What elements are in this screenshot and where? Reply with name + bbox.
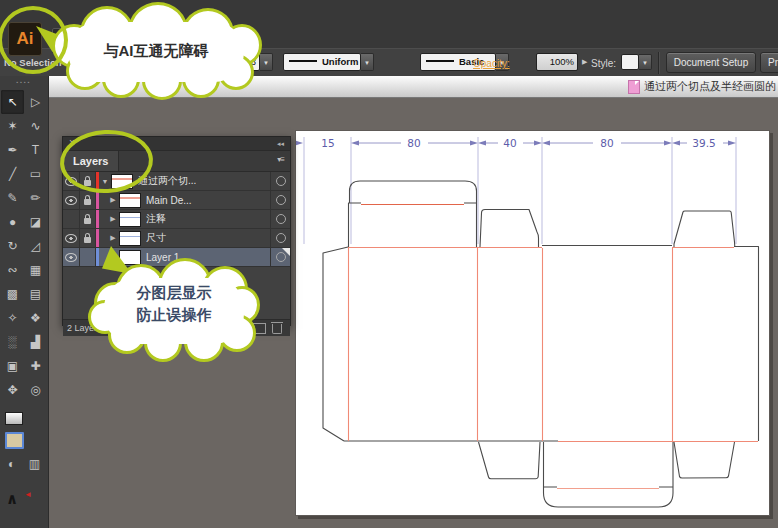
- expand-arrow-icon[interactable]: ▶: [107, 215, 119, 223]
- lock-toggle[interactable]: [80, 229, 96, 247]
- eye-icon: [65, 196, 77, 205]
- symbol-sprayer-tool[interactable]: ░: [1, 330, 24, 354]
- document-setup-button[interactable]: Document Setup: [666, 52, 756, 73]
- tools-panel: ▪▪▪▪ ↖ ▷ ✶ ∿ ✒ T ╱ ▭ ✎ ✏ ● ◪ ↻ ◿ ∾ ▦ ▩ ▤…: [0, 76, 49, 528]
- lasso-tool[interactable]: ∿: [24, 114, 47, 138]
- layer-name[interactable]: Main De...: [146, 195, 270, 206]
- visibility-toggle[interactable]: [63, 229, 80, 247]
- type-tool[interactable]: T: [24, 138, 47, 162]
- tool-grid: ↖ ▷ ✶ ∿ ✒ T ╱ ▭ ✎ ✏ ● ◪ ↻ ◿ ∾ ▦ ▩ ▤ ✧ ❖ …: [1, 90, 47, 402]
- shape-builder-tool[interactable]: ◐: [0, 452, 23, 476]
- layer-name[interactable]: 通过两个切...: [138, 174, 270, 188]
- dieline-artwork: 15 80 40 80 39.5: [296, 131, 769, 515]
- layer-row-1[interactable]: ▶ Main De...: [63, 191, 290, 210]
- visibility-toggle[interactable]: [63, 191, 80, 209]
- eyedropper-tool[interactable]: ✧: [1, 306, 24, 330]
- document-icon: [628, 80, 640, 94]
- artboard[interactable]: 15 80 40 80 39.5: [295, 130, 770, 516]
- lock-icon: [84, 199, 91, 205]
- brush-preview: [426, 60, 454, 62]
- callout-bubble-layers: 分图层显示 防止误操作: [88, 256, 260, 368]
- dimension-label-39-5: 39.5: [692, 137, 715, 149]
- lock-toggle[interactable]: [80, 191, 96, 209]
- panel-menu-icon[interactable]: ▾≡: [277, 155, 284, 164]
- direct-selection-tool[interactable]: ▷: [24, 90, 47, 114]
- lock-icon: [84, 237, 91, 243]
- paintbrush-tool[interactable]: ✎: [1, 186, 24, 210]
- dimension-label-80a: 80: [407, 137, 420, 149]
- magic-wand-tool[interactable]: ✶: [1, 114, 24, 138]
- preferences-button[interactable]: Preferences: [760, 52, 778, 73]
- style-label: Style:: [591, 58, 616, 69]
- lock-toggle[interactable]: [80, 210, 96, 228]
- target-cell[interactable]: [270, 191, 290, 209]
- layer-color-bar: [96, 229, 99, 247]
- callout-bubble-ai: 与AI互通无障碍: [50, 2, 262, 100]
- style-swatch[interactable]: [621, 54, 639, 70]
- document-title: 通过两个切点及半经画圆的: [644, 79, 776, 94]
- mesh-tool[interactable]: ▩: [1, 282, 24, 306]
- scale-tool[interactable]: ◿: [24, 234, 47, 258]
- print-tiling-tool-icon[interactable]: [5, 412, 23, 425]
- column-graph-tool[interactable]: ▟: [24, 330, 47, 354]
- layer-thumbnail: [119, 212, 141, 227]
- callout-text-layers-line1: 分图层显示: [88, 284, 260, 303]
- opacity-field[interactable]: 100%: [536, 53, 578, 71]
- slice-tool[interactable]: ✚: [24, 354, 47, 378]
- callout-text-ai: 与AI互通无障碍: [50, 42, 262, 61]
- rectangle-tool[interactable]: ▭: [24, 162, 47, 186]
- illustrator-window: Ai Br No Selection 0.353 mm ▼ Uniform ▼ …: [0, 0, 778, 528]
- width-tool[interactable]: ∾: [1, 258, 24, 282]
- layer-color-bar: [96, 191, 99, 209]
- dimension-label-40: 40: [503, 137, 516, 149]
- lock-icon: [84, 218, 91, 224]
- stroke-profile-select[interactable]: Uniform: [283, 53, 361, 71]
- live-paint-bucket-tool[interactable]: ▥: [23, 452, 46, 476]
- visibility-toggle[interactable]: [63, 210, 80, 228]
- stroke-profile-dropdown-icon[interactable]: ▼: [361, 53, 374, 71]
- target-icon: [276, 233, 286, 243]
- artboard-tool[interactable]: ▣: [1, 354, 24, 378]
- target-icon: [276, 214, 286, 224]
- fill-stroke-indicator[interactable]: ∧: [6, 490, 18, 508]
- target-cell[interactable]: [270, 229, 290, 247]
- eye-icon: [65, 234, 77, 243]
- opacity-label[interactable]: Opacity:: [473, 58, 510, 69]
- layer-row-2[interactable]: ▶ 注释: [63, 210, 290, 229]
- target-icon: [276, 195, 286, 205]
- selection-tool[interactable]: ↖: [1, 90, 24, 114]
- eraser-tool[interactable]: ◪: [24, 210, 47, 234]
- layer-thumbnail: [119, 193, 141, 208]
- opacity-spinner-icon[interactable]: ▶: [582, 58, 587, 66]
- blend-tool[interactable]: ❖: [24, 306, 47, 330]
- target-cell[interactable]: [270, 172, 290, 190]
- control-bar-divider: [658, 52, 660, 74]
- zoom-tool[interactable]: ◎: [24, 378, 47, 402]
- trash-icon[interactable]: [272, 324, 282, 334]
- target-cell[interactable]: [270, 210, 290, 228]
- document-tab[interactable]: 通过两个切点及半经画圆的: [628, 76, 778, 97]
- layer-name[interactable]: 注释: [146, 212, 270, 226]
- target-icon: [276, 176, 286, 186]
- hand-tool[interactable]: ✥: [1, 378, 24, 402]
- pen-tool[interactable]: ✒: [1, 138, 24, 162]
- perspective-grid-tool-icon[interactable]: [5, 432, 24, 449]
- rotate-tool[interactable]: ↻: [1, 234, 24, 258]
- fill-stroke-arrow-icon: ◄: [24, 490, 32, 499]
- collapse-panel-icon[interactable]: ◂◂: [277, 138, 284, 150]
- layer-row-3[interactable]: ▶ 尺寸: [63, 229, 290, 248]
- free-transform-tool[interactable]: ▦: [24, 258, 47, 282]
- expand-arrow-icon[interactable]: ▶: [107, 196, 119, 204]
- line-segment-tool[interactable]: ╱: [1, 162, 24, 186]
- style-dropdown-icon[interactable]: ▼: [639, 54, 652, 70]
- gradient-tool[interactable]: ▤: [24, 282, 47, 306]
- dimension-label-80b: 80: [600, 137, 613, 149]
- eye-icon: [65, 253, 77, 262]
- layer-name[interactable]: 尺寸: [146, 231, 270, 245]
- pencil-tool[interactable]: ✏: [24, 186, 47, 210]
- toolbar-grip[interactable]: ▪▪▪▪: [0, 79, 48, 85]
- visibility-toggle[interactable]: [63, 248, 80, 266]
- callout-text-layers-line2: 防止误操作: [88, 306, 260, 325]
- expand-arrow-icon[interactable]: ▶: [107, 234, 119, 242]
- blob-brush-tool[interactable]: ●: [1, 210, 24, 234]
